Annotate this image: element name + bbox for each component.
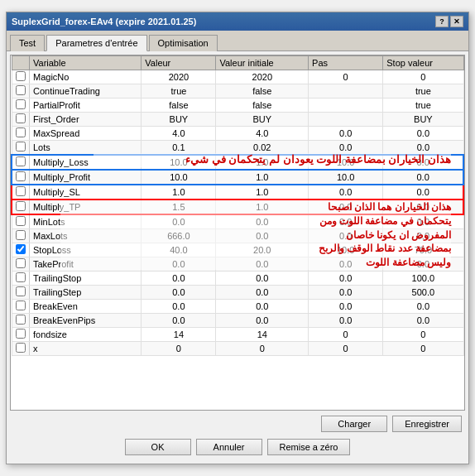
row-pas[interactable]: 0.0 xyxy=(309,257,383,272)
row-pas[interactable]: 10.0 xyxy=(309,170,383,185)
row-checkbox[interactable] xyxy=(16,315,26,325)
row-checkbox-cell[interactable] xyxy=(12,214,30,229)
row-checkbox[interactable] xyxy=(16,258,26,268)
row-init-value[interactable]: 0.0 xyxy=(216,286,309,300)
row-stop-value[interactable]: 0.0 xyxy=(383,300,463,314)
ok-button[interactable]: OK xyxy=(125,439,191,455)
row-init-value[interactable]: 1.0 xyxy=(216,185,309,200)
row-checkbox-cell[interactable] xyxy=(12,328,30,342)
row-init-value[interactable]: 1.0 xyxy=(216,200,309,214)
close-button[interactable]: ✕ xyxy=(450,16,463,27)
row-pas[interactable]: 0.0 xyxy=(309,300,383,314)
row-checkbox[interactable] xyxy=(16,286,26,296)
row-checkbox[interactable] xyxy=(16,156,26,166)
row-value[interactable]: 40.0 xyxy=(142,243,216,257)
row-pas[interactable]: 0 xyxy=(309,70,383,84)
row-checkbox-cell[interactable] xyxy=(12,286,30,300)
row-init-value[interactable]: 4.0 xyxy=(216,127,309,141)
row-stop-value[interactable]: 0 xyxy=(383,342,463,356)
row-checkbox[interactable] xyxy=(16,272,26,282)
row-init-value[interactable]: 0.0 xyxy=(216,229,309,243)
row-value[interactable]: 0 xyxy=(142,342,216,356)
row-value[interactable]: 10.0 xyxy=(142,155,216,170)
row-init-value[interactable]: 1.0 xyxy=(216,170,309,185)
row-checkbox-cell[interactable] xyxy=(12,141,30,156)
row-pas[interactable]: 0.0 xyxy=(309,272,383,286)
row-pas[interactable]: 0.0 xyxy=(309,200,383,214)
row-pas[interactable] xyxy=(309,113,383,127)
row-stop-value[interactable]: 0 xyxy=(383,328,463,342)
row-pas[interactable] xyxy=(309,84,383,99)
row-value[interactable]: 0.0 xyxy=(142,257,216,272)
row-value[interactable]: 4.0 xyxy=(142,127,216,141)
row-checkbox-cell[interactable] xyxy=(12,99,30,113)
tab-test[interactable]: Test xyxy=(10,35,45,51)
row-stop-value[interactable]: 0 xyxy=(383,70,463,84)
row-checkbox-cell[interactable] xyxy=(12,84,30,99)
row-pas[interactable]: 0.0 xyxy=(309,185,383,200)
tab-parametres[interactable]: Parametres d'entrée xyxy=(46,35,146,51)
row-stop-value[interactable]: true xyxy=(383,84,463,99)
row-stop-value[interactable]: BUY xyxy=(383,113,463,127)
row-checkbox-cell[interactable] xyxy=(12,127,30,141)
row-stop-value[interactable]: 0.0 xyxy=(383,127,463,141)
row-stop-value[interactable]: 100.0 xyxy=(383,272,463,286)
row-checkbox-cell[interactable] xyxy=(12,185,30,200)
row-checkbox-cell[interactable] xyxy=(12,342,30,356)
row-checkbox[interactable] xyxy=(16,244,26,254)
row-stop-value[interactable]: 0.0 xyxy=(383,229,463,243)
row-value[interactable]: 0.0 xyxy=(142,300,216,314)
row-init-value[interactable]: 1.0 xyxy=(216,155,309,170)
row-checkbox-cell[interactable] xyxy=(12,314,30,328)
row-value[interactable]: 1.5 xyxy=(142,200,216,214)
row-pas[interactable]: 0.0 xyxy=(309,141,383,156)
row-init-value[interactable]: 14 xyxy=(216,328,309,342)
row-value[interactable]: 666.0 xyxy=(142,229,216,243)
row-value[interactable]: BUY xyxy=(142,113,216,127)
row-init-value[interactable]: BUY xyxy=(216,113,309,127)
row-checkbox[interactable] xyxy=(16,127,26,137)
row-value[interactable]: 0.0 xyxy=(142,272,216,286)
row-stop-value[interactable]: 0.0 xyxy=(383,214,463,229)
row-value[interactable]: 2020 xyxy=(142,70,216,84)
row-pas[interactable] xyxy=(309,99,383,113)
row-checkbox[interactable] xyxy=(16,85,26,95)
row-init-value[interactable]: 0.0 xyxy=(216,300,309,314)
row-checkbox[interactable] xyxy=(16,171,26,181)
row-stop-value[interactable]: 0.0 xyxy=(383,257,463,272)
row-checkbox-cell[interactable] xyxy=(12,272,30,286)
row-checkbox-cell[interactable] xyxy=(12,200,30,214)
row-init-value[interactable]: 0.0 xyxy=(216,272,309,286)
row-init-value[interactable]: 0.0 xyxy=(216,314,309,328)
row-init-value[interactable]: 0.0 xyxy=(216,214,309,229)
row-value[interactable]: 1.0 xyxy=(142,185,216,200)
row-value[interactable]: 10.0 xyxy=(142,170,216,185)
row-pas[interactable]: 0.0 xyxy=(309,229,383,243)
row-checkbox-cell[interactable] xyxy=(12,113,30,127)
row-checkbox-cell[interactable] xyxy=(12,300,30,314)
row-checkbox[interactable] xyxy=(16,113,26,123)
row-pas[interactable]: 0.0 xyxy=(309,286,383,300)
row-value[interactable]: 14 xyxy=(142,328,216,342)
tab-optimisation[interactable]: Optimisation xyxy=(149,35,218,51)
row-stop-value[interactable]: 0.0 xyxy=(383,170,463,185)
row-init-value[interactable]: 2020 xyxy=(216,70,309,84)
row-checkbox[interactable] xyxy=(16,99,26,109)
row-value[interactable]: 0.0 xyxy=(142,214,216,229)
row-checkbox[interactable] xyxy=(16,142,26,151)
row-checkbox-cell[interactable] xyxy=(12,170,30,185)
row-checkbox[interactable] xyxy=(16,301,26,310)
row-checkbox[interactable] xyxy=(16,216,26,226)
row-stop-value[interactable]: 70.0 xyxy=(383,243,463,257)
row-pas[interactable]: 10.0 xyxy=(309,243,383,257)
row-checkbox[interactable] xyxy=(16,71,26,81)
row-stop-value[interactable]: 0.0 xyxy=(383,200,463,214)
row-init-value[interactable]: 0.02 xyxy=(216,141,309,156)
row-checkbox-cell[interactable] xyxy=(12,229,30,243)
row-value[interactable]: true xyxy=(142,84,216,99)
row-pas[interactable]: 0.0 xyxy=(309,127,383,141)
row-pas[interactable]: 0 xyxy=(309,342,383,356)
row-stop-value[interactable]: 500.0 xyxy=(383,286,463,300)
row-pas[interactable]: 0.0 xyxy=(309,214,383,229)
row-stop-value[interactable]: 0.0 xyxy=(383,155,463,170)
